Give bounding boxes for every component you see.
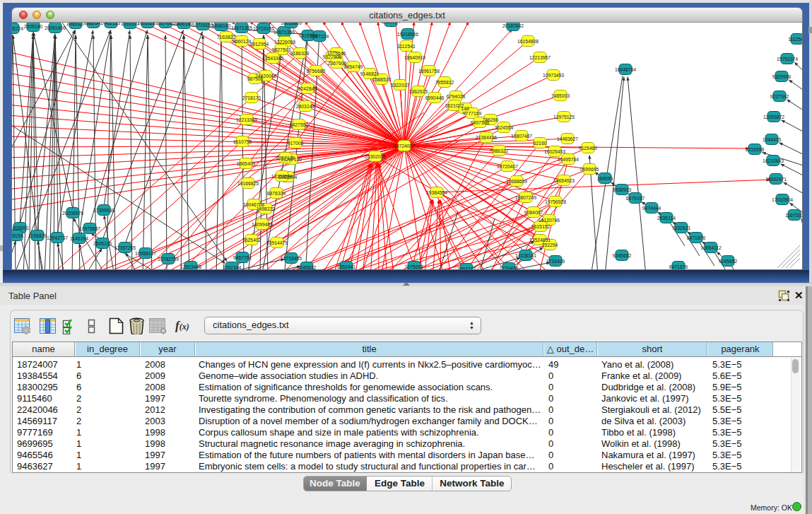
svg-text:1610755: 1610755 — [233, 139, 252, 144]
svg-text:20091406: 20091406 — [45, 25, 66, 30]
svg-text:2505115: 2505115 — [93, 241, 112, 246]
svg-text:8938923: 8938923 — [613, 187, 632, 192]
svg-text:9457791: 9457791 — [233, 255, 252, 260]
svg-text:252294: 252294 — [542, 243, 558, 247]
svg-text:1527602: 1527602 — [156, 23, 175, 25]
svg-text:7462113: 7462113 — [102, 23, 120, 25]
svg-text:8454749: 8454749 — [344, 64, 363, 69]
svg-text:1588520: 1588520 — [372, 77, 392, 82]
svg-text:9474444: 9474444 — [642, 206, 661, 211]
svg-text:6479197: 6479197 — [626, 196, 645, 201]
svg-text:12942737: 12942737 — [47, 235, 68, 240]
svg-text:13226058: 13226058 — [274, 40, 295, 45]
svg-text:1112542: 1112542 — [788, 37, 803, 42]
svg-text:15716485: 15716485 — [281, 256, 302, 261]
svg-text:7986322: 7986322 — [490, 148, 509, 153]
svg-text:9115460: 9115460 — [579, 146, 597, 151]
svg-text:6466160: 6466160 — [175, 23, 194, 26]
svg-text:6466160: 6466160 — [212, 23, 231, 28]
svg-text:18640910: 18640910 — [404, 55, 425, 60]
svg-text:16914479: 16914479 — [266, 240, 288, 245]
svg-text:1733426: 1733426 — [546, 259, 565, 264]
svg-text:12975125: 12975125 — [553, 115, 575, 119]
svg-text:164095: 164095 — [597, 176, 613, 181]
svg-text:17357255: 17357255 — [114, 245, 136, 250]
svg-text:62160: 62160 — [534, 141, 547, 146]
svg-text:8990448: 8990448 — [425, 95, 445, 100]
svg-text:20187642: 20187642 — [502, 23, 524, 28]
svg-text:1733426: 1733426 — [500, 266, 519, 269]
svg-text:10654112: 10654112 — [700, 245, 722, 250]
svg-text:12213957: 12213957 — [529, 55, 551, 60]
svg-text:10807487: 10807487 — [511, 134, 532, 139]
svg-text:10653267: 10653267 — [137, 23, 158, 25]
svg-text:16648784: 16648784 — [615, 67, 636, 72]
svg-text:8186328: 8186328 — [290, 51, 310, 56]
svg-text:9245612: 9245612 — [298, 265, 317, 269]
svg-text:1498222: 1498222 — [257, 206, 276, 211]
svg-text:9382641: 9382641 — [84, 23, 103, 25]
svg-text:14099489: 14099489 — [252, 222, 273, 227]
svg-text:9146821: 9146821 — [360, 71, 379, 76]
svg-text:1112541: 1112541 — [397, 44, 416, 49]
svg-text:6497568: 6497568 — [471, 120, 490, 125]
svg-text:8756685: 8756685 — [307, 69, 326, 74]
svg-text:7955812: 7955812 — [435, 80, 454, 85]
svg-text:17010504: 17010504 — [772, 197, 793, 202]
svg-text:8471676: 8471676 — [687, 235, 706, 240]
svg-text:10719155: 10719155 — [192, 23, 213, 28]
svg-text:10025453: 10025453 — [544, 149, 565, 154]
svg-text:14463627: 14463627 — [557, 136, 578, 141]
svg-text:10543342: 10543342 — [262, 56, 283, 61]
svg-text:12353594: 12353594 — [271, 174, 293, 179]
svg-text:14055724: 14055724 — [12, 26, 23, 31]
svg-text:9329906: 9329906 — [772, 74, 792, 79]
svg-text:9827503: 9827503 — [272, 47, 291, 52]
svg-text:1244415: 1244415 — [763, 137, 782, 142]
svg-text:10973493: 10973493 — [543, 73, 564, 78]
svg-text:8267130: 8267130 — [276, 156, 295, 160]
svg-text:12923448: 12923448 — [180, 264, 201, 269]
svg-text:8878334: 8878334 — [267, 191, 286, 196]
svg-text:6794028: 6794028 — [447, 94, 466, 99]
svg-text:19166825: 19166825 — [237, 181, 259, 186]
svg-text:10671355: 10671355 — [231, 25, 252, 30]
svg-text:16033809: 16033809 — [281, 23, 302, 25]
svg-text:7632621: 7632621 — [672, 226, 691, 230]
svg-text:21364436: 21364436 — [476, 135, 497, 140]
svg-text:20206576: 20206576 — [62, 211, 83, 216]
svg-text:8912954: 8912954 — [250, 42, 269, 47]
svg-text:2935114: 2935114 — [657, 216, 676, 221]
svg-text:1065327: 1065327 — [66, 23, 86, 26]
svg-text:10688609: 10688609 — [506, 179, 527, 184]
svg-text:1654112: 1654112 — [457, 267, 476, 269]
svg-text:25302035: 25302035 — [365, 154, 386, 159]
svg-text:987906: 987906 — [247, 76, 264, 81]
svg-text:10671355: 10671355 — [273, 30, 295, 35]
svg-text:146: 146 — [461, 106, 469, 111]
svg-text:1292344: 1292344 — [223, 265, 242, 269]
svg-text:1833001: 1833001 — [12, 226, 29, 230]
svg-text:19654923: 19654923 — [553, 178, 575, 183]
svg-text:9227342: 9227342 — [770, 94, 789, 99]
svg-text:1075692: 1075692 — [405, 264, 424, 269]
svg-text:1615152: 1615152 — [531, 224, 551, 229]
svg-text:1167533: 1167533 — [785, 213, 803, 218]
svg-text:16154808: 16154808 — [517, 39, 539, 44]
svg-text:1652441: 1652441 — [337, 264, 356, 269]
svg-text:9327508: 9327508 — [323, 54, 342, 59]
svg-text:15751074: 15751074 — [777, 57, 798, 62]
svg-text:9245652: 9245652 — [613, 253, 632, 258]
svg-text:1145194: 1145194 — [70, 236, 88, 241]
svg-text:8471676: 8471676 — [669, 264, 688, 269]
svg-text:5322037: 5322037 — [391, 83, 410, 88]
svg-text:15720407: 15720407 — [497, 164, 518, 169]
svg-text:10719155: 10719155 — [253, 26, 274, 31]
svg-text:16120746: 16120746 — [539, 218, 560, 223]
svg-text:16210643: 16210643 — [763, 158, 784, 163]
svg-text:3624554: 3624554 — [495, 125, 514, 130]
svg-text:18724007: 18724007 — [394, 144, 415, 148]
svg-text:16495784: 16495784 — [558, 157, 579, 162]
svg-text:39154: 39154 — [12, 233, 23, 238]
svg-text:12093872: 12093872 — [763, 115, 784, 119]
